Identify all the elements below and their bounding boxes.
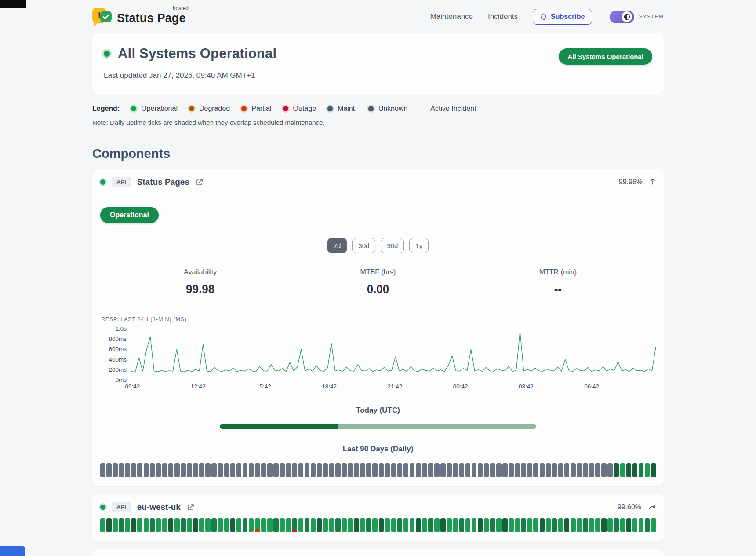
uptime-tick[interactable] <box>651 518 656 532</box>
uptime-tick[interactable] <box>558 463 563 477</box>
uptime-tick[interactable] <box>218 518 223 532</box>
range-button-7d[interactable]: 7d <box>327 238 347 253</box>
uptime-tick[interactable] <box>106 518 112 532</box>
uptime-tick[interactable] <box>490 518 495 532</box>
uptime-tick[interactable] <box>577 463 582 477</box>
uptime-tick[interactable] <box>533 463 538 477</box>
uptime-tick[interactable] <box>639 518 644 532</box>
uptime-tick[interactable] <box>397 463 403 477</box>
uptime-tick[interactable] <box>620 518 625 532</box>
uptime-tick[interactable] <box>329 518 334 532</box>
uptime-tick[interactable] <box>218 463 223 477</box>
uptime-tick[interactable] <box>607 518 613 532</box>
uptime-tick[interactable] <box>447 518 452 532</box>
uptime-tick[interactable] <box>156 463 161 477</box>
uptime-tick[interactable] <box>354 518 359 532</box>
uptime-tick[interactable] <box>564 518 570 532</box>
uptime-tick[interactable] <box>490 463 495 477</box>
uptime-tick[interactable] <box>144 463 149 477</box>
uptime-tick[interactable] <box>416 518 421 532</box>
uptime-tick[interactable] <box>379 463 384 477</box>
uptime-tick[interactable] <box>311 518 316 532</box>
uptime-tick[interactable] <box>174 518 180 532</box>
uptime-tick[interactable] <box>113 463 118 477</box>
uptime-tick[interactable] <box>292 463 297 477</box>
uptime-tick[interactable] <box>385 518 390 532</box>
uptime-tick[interactable] <box>230 518 236 532</box>
uptime-tick[interactable] <box>472 463 477 477</box>
uptime-tick[interactable] <box>589 518 594 532</box>
uptime-tick[interactable] <box>286 463 291 477</box>
uptime-tick[interactable] <box>564 463 570 477</box>
uptime-tick[interactable] <box>552 463 557 477</box>
uptime-tick[interactable] <box>199 518 204 532</box>
nav-maintenance[interactable]: Maintenance <box>430 12 473 21</box>
uptime-tick[interactable] <box>261 463 266 477</box>
uptime-tick[interactable] <box>626 463 632 477</box>
uptime-tick[interactable] <box>434 518 440 532</box>
uptime-tick[interactable] <box>156 518 161 532</box>
uptime-tick[interactable] <box>502 463 508 477</box>
range-button-30d[interactable]: 30d <box>352 238 375 253</box>
uptime-tick[interactable] <box>651 463 656 477</box>
external-link-icon[interactable] <box>187 503 195 511</box>
theme-toggle[interactable] <box>610 11 634 23</box>
uptime-tick[interactable] <box>323 463 328 477</box>
uptime-tick[interactable] <box>243 518 248 532</box>
subscribe-button[interactable]: Subscribe <box>533 9 592 25</box>
uptime-tick[interactable] <box>583 463 588 477</box>
uptime-tick[interactable] <box>267 518 273 532</box>
uptime-tick[interactable] <box>267 463 273 477</box>
uptime-tick[interactable] <box>372 518 378 532</box>
uptime-tick[interactable] <box>119 518 124 532</box>
uptime-tick[interactable] <box>311 463 316 477</box>
uptime-tick[interactable] <box>348 518 353 532</box>
uptime-tick[interactable] <box>639 463 644 477</box>
uptime-tick[interactable] <box>620 463 625 477</box>
uptime-tick[interactable] <box>601 463 607 477</box>
uptime-tick[interactable] <box>416 463 421 477</box>
uptime-tick[interactable] <box>125 463 130 477</box>
uptime-tick[interactable] <box>211 518 217 532</box>
uptime-tick[interactable] <box>342 518 347 532</box>
uptime-tick[interactable] <box>645 518 650 532</box>
uptime-tick[interactable] <box>354 463 359 477</box>
uptime-tick[interactable] <box>447 463 452 477</box>
uptime-tick[interactable] <box>193 463 198 477</box>
uptime-tick[interactable] <box>144 518 149 532</box>
uptime-tick[interactable] <box>595 518 600 532</box>
uptime-tick[interactable] <box>453 463 458 477</box>
uptime-tick[interactable] <box>521 463 526 477</box>
uptime-tick[interactable] <box>211 463 217 477</box>
uptime-tick[interactable] <box>168 463 174 477</box>
uptime-tick[interactable] <box>261 518 266 532</box>
uptime-tick[interactable] <box>224 463 229 477</box>
uptime-tick[interactable] <box>187 518 192 532</box>
uptime-tick[interactable] <box>305 463 310 477</box>
uptime-tick[interactable] <box>249 463 254 477</box>
uptime-tick[interactable] <box>280 463 285 477</box>
uptime-tick[interactable] <box>496 518 502 532</box>
uptime-tick[interactable] <box>428 463 433 477</box>
uptime-tick[interactable] <box>162 518 167 532</box>
uptime-tick[interactable] <box>472 518 477 532</box>
uptime-tick[interactable] <box>181 463 186 477</box>
uptime-tick[interactable] <box>527 518 532 532</box>
uptime-tick[interactable] <box>187 463 192 477</box>
uptime-tick[interactable] <box>150 463 155 477</box>
uptime-tick[interactable] <box>366 518 371 532</box>
uptime-tick[interactable] <box>335 518 341 532</box>
uptime-tick[interactable] <box>273 463 279 477</box>
uptime-tick[interactable] <box>403 518 409 532</box>
uptime-tick[interactable] <box>558 518 563 532</box>
uptime-tick[interactable] <box>571 463 576 477</box>
uptime-tick[interactable] <box>540 463 545 477</box>
uptime-tick[interactable] <box>372 463 378 477</box>
uptime-tick[interactable] <box>224 518 229 532</box>
uptime-tick[interactable] <box>614 463 619 477</box>
uptime-tick[interactable] <box>478 518 483 532</box>
uptime-tick[interactable] <box>533 518 538 532</box>
uptime-tick[interactable] <box>236 518 242 532</box>
uptime-tick[interactable] <box>595 463 600 477</box>
uptime-tick[interactable] <box>484 463 489 477</box>
